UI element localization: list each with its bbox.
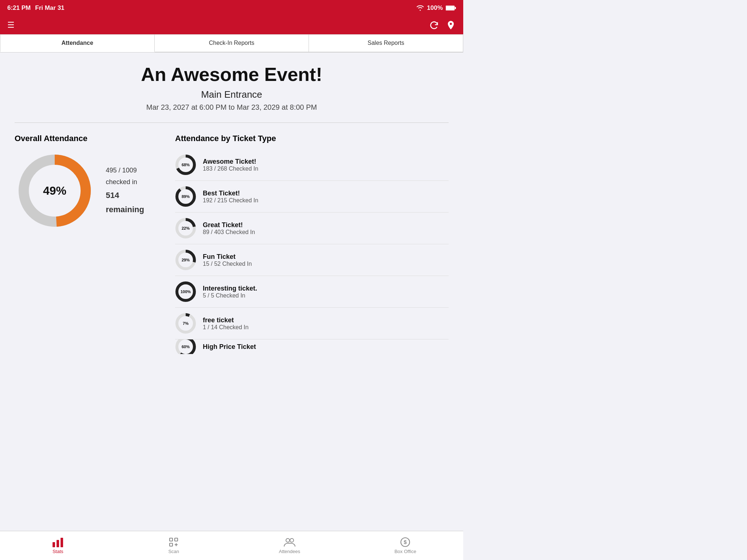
ticket-types-heading: Attendance by Ticket Type [175, 134, 449, 143]
tab-checkin-reports[interactable]: Check-In Reports [155, 34, 309, 52]
ticket-row: 22% Great Ticket! 89 / 403 Checked In [175, 213, 449, 244]
mini-donut-label-4: 100% [181, 289, 191, 294]
mini-donut-label-3: 29% [182, 258, 190, 262]
ticket-name-5: free ticket [203, 316, 248, 324]
nav-bar: ☰ [0, 16, 463, 34]
ticket-types-section: Attendance by Ticket Type 68% Awesome Ti… [175, 134, 449, 354]
ticket-icon[interactable] [446, 20, 456, 30]
attendance-stats: 495 / 1009 checked in 514 remaining [106, 164, 153, 217]
ticket-row: 68% Awesome Ticket! 183 / 268 Checked In [175, 149, 449, 181]
refresh-icon[interactable] [429, 20, 439, 30]
battery-icon [446, 5, 456, 11]
status-time: 6:21 PM [7, 4, 31, 12]
mini-donut-4: 100% [175, 281, 196, 302]
battery-level: 100% [427, 4, 443, 12]
menu-icon[interactable]: ☰ [7, 20, 15, 30]
ticket-info-2: Great Ticket! 89 / 403 Checked In [203, 221, 255, 236]
checked-in-stat: 495 / 1009 checked in [106, 164, 153, 188]
ticket-row: 29% Fun Ticket 15 / 52 Checked In [175, 244, 449, 276]
event-date: Mar 23, 2027 at 6:00 PM to Mar 23, 2029 … [15, 103, 449, 112]
ticket-detail-2: 89 / 403 Checked In [203, 229, 255, 236]
status-date: Fri Mar 31 [35, 4, 64, 12]
mini-donut-2: 22% [175, 218, 196, 239]
svg-rect-1 [446, 6, 454, 10]
status-bar: 6:21 PM Fri Mar 31 100% [0, 0, 463, 16]
overall-attendance-heading: Overall Attendance [15, 134, 153, 143]
tab-attendance[interactable]: Attendance [0, 34, 155, 52]
ticket-info-1: Best Ticket! 192 / 215 Checked In [203, 190, 258, 204]
donut-container: 49% 495 / 1009 checked in 514 remaining [15, 151, 153, 231]
ticket-detail-3: 15 / 52 Checked In [203, 261, 252, 267]
event-subtitle: Main Entrance [15, 89, 449, 100]
ticket-name-1: Best Ticket! [203, 190, 258, 197]
ticket-row: 60% High Price Ticket [175, 339, 449, 354]
main-content: An Awesome Event! Main Entrance Mar 23, … [0, 52, 463, 390]
ticket-detail-1: 192 / 215 Checked In [203, 197, 258, 204]
mini-donut-label-1: 89% [182, 194, 190, 199]
ticket-info-4: Interesting ticket. 5 / 5 Checked In [203, 285, 257, 299]
svg-rect-2 [455, 7, 456, 9]
mini-donut-6: 60% [175, 339, 196, 354]
ticket-rows: 68% Awesome Ticket! 183 / 268 Checked In… [175, 149, 449, 354]
ticket-name-3: Fun Ticket [203, 253, 252, 261]
top-tab-bar: Attendance Check-In Reports Sales Report… [0, 34, 463, 52]
ticket-name-2: Great Ticket! [203, 221, 255, 229]
ticket-info-3: Fun Ticket 15 / 52 Checked In [203, 253, 252, 267]
mini-donut-1: 89% [175, 186, 196, 207]
mini-donut-label-0: 68% [182, 163, 190, 167]
ticket-name-6: High Price Ticket [203, 343, 256, 351]
ticket-info-6: High Price Ticket [203, 343, 256, 351]
mini-donut-label-5: 7% [183, 321, 189, 326]
ticket-info-0: Awesome Ticket! 183 / 268 Checked In [203, 158, 258, 172]
ticket-detail-4: 5 / 5 Checked In [203, 292, 257, 299]
overall-percent-label: 49% [43, 184, 66, 198]
ticket-row: 89% Best Ticket! 192 / 215 Checked In [175, 181, 449, 213]
remaining-stat: 514 remaining [106, 188, 153, 217]
wifi-icon [416, 5, 424, 11]
overall-donut-chart: 49% [15, 151, 95, 231]
overall-attendance: Overall Attendance 49% 495 / 1009 checke… [15, 134, 153, 231]
event-title: An Awesome Event! [15, 63, 449, 85]
mini-donut-label-6: 60% [182, 345, 190, 349]
section-divider [15, 122, 449, 123]
tab-sales-reports[interactable]: Sales Reports [309, 34, 463, 52]
ticket-detail-5: 1 / 14 Checked In [203, 324, 248, 331]
mini-donut-0: 68% [175, 154, 196, 175]
ticket-row: 100% Interesting ticket. 5 / 5 Checked I… [175, 276, 449, 308]
ticket-detail-0: 183 / 268 Checked In [203, 166, 258, 172]
mini-donut-5: 7% [175, 313, 196, 334]
ticket-name-0: Awesome Ticket! [203, 158, 258, 166]
mini-donut-label-2: 22% [182, 226, 190, 230]
mini-donut-3: 29% [175, 249, 196, 271]
ticket-info-5: free ticket 1 / 14 Checked In [203, 316, 248, 331]
ticket-row: 7% free ticket 1 / 14 Checked In [175, 308, 449, 339]
attendance-section: Overall Attendance 49% 495 / 1009 checke… [15, 134, 449, 354]
ticket-name-4: Interesting ticket. [203, 285, 257, 292]
